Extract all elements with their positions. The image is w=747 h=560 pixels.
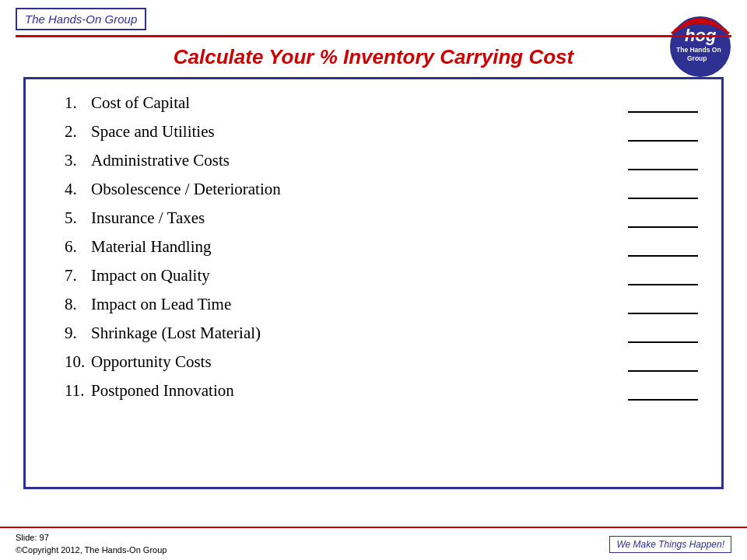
item-input-line [628, 169, 698, 170]
list-item: 10.Opportunity Costs [65, 352, 698, 372]
brand-box: The Hands-On Group [16, 8, 146, 30]
list-item: 9.Shrinkage (Lost Material) [65, 324, 698, 343]
item-number: 10. [65, 352, 91, 372]
item-text: Material Handling [91, 237, 612, 257]
list-item: 4.Obsolescence / Deterioration [65, 180, 698, 199]
item-input-line [628, 341, 698, 343]
list-item: 7.Impact on Quality [65, 266, 698, 285]
slide-info: Slide: 97 [16, 532, 167, 544]
list-item: 3.Administrative Costs [65, 151, 698, 170]
list-item: 8.Impact on Lead Time [65, 295, 698, 314]
item-text: Obsolescence / Deterioration [91, 180, 612, 199]
item-input-line [628, 255, 698, 257]
item-input-line [628, 284, 698, 285]
item-text: Administrative Costs [91, 151, 612, 170]
item-input-line [628, 140, 698, 142]
header-divider [16, 35, 731, 37]
list-item: 1.Cost of Capital [65, 93, 698, 113]
item-text: Impact on Quality [91, 266, 612, 285]
item-text: Shrinkage (Lost Material) [91, 324, 612, 343]
content-box: 1.Cost of Capital2.Space and Utilities3.… [23, 77, 724, 489]
item-number: 3. [65, 151, 91, 170]
list-item: 5.Insurance / Taxes [65, 208, 698, 228]
footer: Slide: 97 ©Copyright 2012, The Hands-On … [0, 527, 747, 560]
item-number: 2. [65, 122, 91, 142]
footer-tagline: We Make Things Happen! [609, 536, 731, 553]
item-text: Postponed Innovation [91, 381, 612, 401]
item-number: 4. [65, 180, 91, 199]
item-number: 9. [65, 324, 91, 343]
footer-left: Slide: 97 ©Copyright 2012, The Hands-On … [16, 532, 167, 556]
item-input-line [628, 313, 698, 314]
page-title: Calculate Your % Inventory Carrying Cost [16, 45, 731, 69]
item-input-line [628, 399, 698, 401]
item-number: 1. [65, 93, 91, 113]
svg-text:The Hands On: The Hands On [676, 46, 721, 54]
item-number: 11. [65, 381, 91, 401]
item-number: 7. [65, 266, 91, 285]
list-item: 11.Postponed Innovation [65, 381, 698, 401]
list-item: 6.Material Handling [65, 237, 698, 257]
item-input-line [628, 198, 698, 199]
item-input-line [628, 370, 698, 372]
hog-logo: hog The Hands On Group [642, 4, 731, 85]
item-text: Opportunity Costs [91, 352, 612, 372]
item-number: 8. [65, 295, 91, 314]
list-item: 2.Space and Utilities [65, 122, 698, 142]
svg-text:Group: Group [687, 54, 707, 62]
item-text: Space and Utilities [91, 122, 612, 142]
item-input-line [628, 111, 698, 113]
item-input-line [628, 226, 698, 228]
item-number: 6. [65, 237, 91, 257]
item-text: Insurance / Taxes [91, 208, 612, 228]
item-text: Cost of Capital [91, 93, 612, 113]
header: The Hands-On Group hog The Hands On Grou… [0, 0, 747, 30]
copyright: ©Copyright 2012, The Hands-On Group [16, 544, 167, 556]
item-number: 5. [65, 208, 91, 228]
item-text: Impact on Lead Time [91, 295, 612, 314]
